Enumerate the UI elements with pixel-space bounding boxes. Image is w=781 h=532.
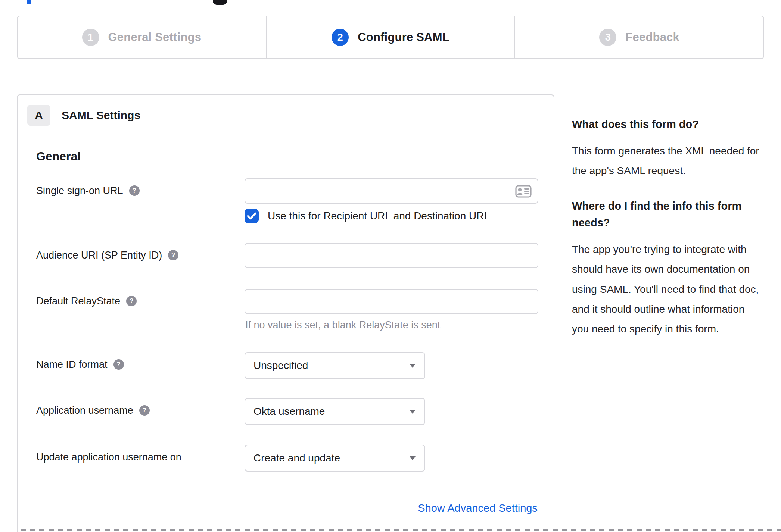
audience-uri-input[interactable] bbox=[245, 243, 538, 268]
use-for-recipient-url-checkbox[interactable] bbox=[245, 209, 259, 223]
select-value: Okta username bbox=[253, 406, 325, 417]
step-number-badge: 3 bbox=[599, 29, 616, 46]
saml-configuration-page: 1 General Settings 2 Configure SAML 3 Fe… bbox=[0, 0, 781, 532]
field-label-text: Name ID format bbox=[36, 358, 108, 371]
relaystate-hint-text: If no value is set, a blank RelayState i… bbox=[245, 319, 554, 331]
recipient-url-checkbox-row: Use this for Recipient URL and Destinati… bbox=[245, 209, 554, 223]
field-label: Name ID format ? bbox=[36, 352, 245, 379]
step-general-settings[interactable]: 1 General Settings bbox=[18, 16, 266, 58]
cropped-header-text-fragment bbox=[27, 0, 31, 4]
step-label: Configure SAML bbox=[358, 31, 449, 44]
field-label-text: Single sign-on URL bbox=[36, 184, 123, 197]
field-label-text: Update application username on bbox=[36, 451, 181, 464]
step-number-badge: 2 bbox=[332, 29, 349, 46]
select-value: Create and update bbox=[253, 452, 340, 464]
field-label: Default RelayState ? bbox=[36, 289, 245, 331]
step-number-badge: 1 bbox=[82, 29, 99, 46]
help-icon[interactable]: ? bbox=[126, 296, 137, 306]
section-title: SAML Settings bbox=[62, 109, 140, 122]
section-header: A SAML Settings bbox=[18, 105, 554, 126]
application-username-select[interactable]: Okta username bbox=[245, 398, 425, 425]
help-icon[interactable]: ? bbox=[168, 250, 178, 260]
help-answer-2: The app you're trying to integrate with … bbox=[572, 240, 761, 339]
default-relaystate-input[interactable] bbox=[245, 289, 538, 314]
field-label-text: Audience URI (SP Entity ID) bbox=[36, 249, 162, 262]
help-sidebar: What does this form do? This form genera… bbox=[572, 94, 781, 339]
update-username-on-select[interactable]: Create and update bbox=[245, 445, 425, 472]
help-icon[interactable]: ? bbox=[129, 185, 140, 196]
cropped-app-logo-fragment bbox=[213, 0, 227, 5]
step-configure-saml[interactable]: 2 Configure SAML bbox=[266, 16, 515, 58]
dropdown-caret-icon bbox=[410, 364, 416, 368]
help-icon[interactable]: ? bbox=[139, 405, 150, 416]
checkbox-check-icon bbox=[247, 212, 256, 220]
bottom-dashed-divider bbox=[21, 529, 781, 531]
field-label: Single sign-on URL ? bbox=[36, 178, 245, 223]
help-question-1: What does this form do? bbox=[572, 116, 781, 133]
dropdown-caret-icon bbox=[410, 456, 416, 460]
help-question-2: Where do I find the info this form needs… bbox=[572, 198, 766, 231]
help-answer-1: This form generates the XML needed for t… bbox=[572, 141, 761, 181]
field-label: Application username ? bbox=[36, 398, 245, 425]
section-a-badge: A bbox=[27, 105, 50, 126]
field-row-audience-uri: Audience URI (SP Entity ID) ? bbox=[18, 243, 554, 268]
show-advanced-settings-link[interactable]: Show Advanced Settings bbox=[418, 502, 538, 514]
field-label: Update application username on bbox=[36, 445, 245, 472]
field-row-update-username-on: Update application username on Create an… bbox=[18, 445, 554, 472]
select-value: Unspecified bbox=[253, 360, 308, 372]
field-label-text: Application username bbox=[36, 404, 133, 417]
field-row-default-relaystate: Default RelayState ? If no value is set,… bbox=[18, 289, 554, 331]
contact-card-icon[interactable] bbox=[515, 185, 532, 199]
help-icon[interactable]: ? bbox=[113, 359, 124, 370]
step-feedback[interactable]: 3 Feedback bbox=[514, 16, 763, 58]
general-group-title: General bbox=[36, 150, 554, 163]
field-row-application-username: Application username ? Okta username bbox=[18, 398, 554, 425]
saml-settings-panel: A SAML Settings General Single sign-on U… bbox=[17, 94, 554, 532]
field-label: Audience URI (SP Entity ID) ? bbox=[36, 243, 245, 268]
name-id-format-select[interactable]: Unspecified bbox=[245, 352, 425, 379]
checkbox-label: Use this for Recipient URL and Destinati… bbox=[268, 210, 490, 222]
step-label: General Settings bbox=[108, 31, 202, 44]
dropdown-caret-icon bbox=[410, 410, 416, 414]
field-row-name-id-format: Name ID format ? Unspecified bbox=[18, 352, 554, 379]
single-sign-on-url-input[interactable] bbox=[245, 178, 538, 204]
wizard-stepper: 1 General Settings 2 Configure SAML 3 Fe… bbox=[17, 16, 764, 59]
step-label: Feedback bbox=[625, 31, 679, 44]
field-row-single-sign-on-url: Single sign-on URL ? bbox=[18, 178, 554, 223]
field-label-text: Default RelayState bbox=[36, 295, 120, 308]
